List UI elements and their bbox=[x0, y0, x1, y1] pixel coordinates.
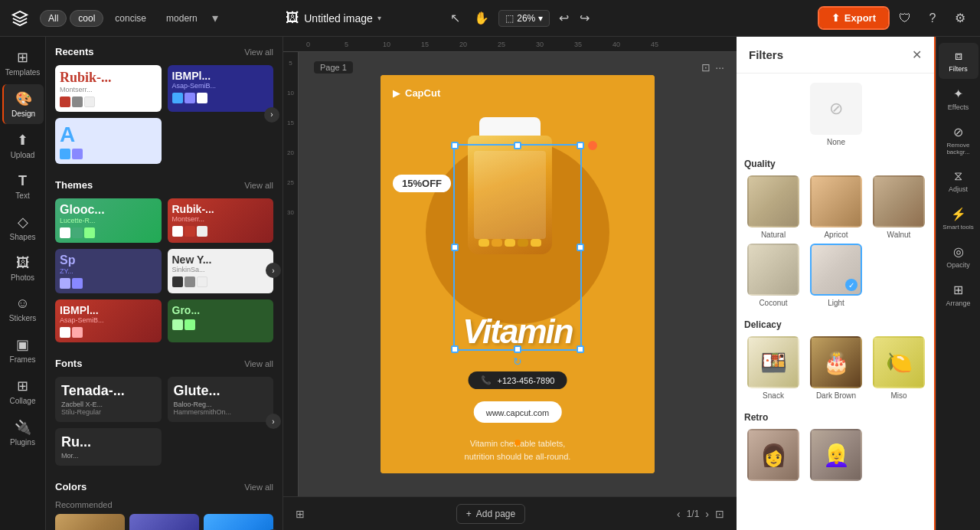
rbar-smart-tools[interactable]: ⚡ Smart tools bbox=[939, 201, 978, 237]
recent-card-2[interactable]: A bbox=[55, 118, 162, 164]
zoom-selector[interactable]: ⬚ 26% ▾ bbox=[498, 10, 550, 27]
recents-scroll-right[interactable]: › bbox=[264, 107, 279, 123]
page-icon-expand[interactable]: ⊡ bbox=[701, 61, 710, 74]
filter-quality-title: Quality bbox=[744, 159, 928, 169]
add-page-btn[interactable]: + Add page bbox=[456, 504, 525, 524]
page-next-btn[interactable]: › bbox=[705, 508, 709, 520]
theme-card-0[interactable]: Glooc... Lucette-R... bbox=[55, 198, 162, 243]
font-card-0[interactable]: Tenada-... Zacbell X-E... Stilu-Regular bbox=[55, 377, 162, 422]
sidebar-item-templates[interactable]: ⊞ Templates bbox=[2, 43, 44, 83]
tag-all[interactable]: All bbox=[40, 10, 67, 27]
recent-card-0[interactable]: Rubik-... Montserr... bbox=[55, 65, 162, 112]
vitamin-text: Vitamin bbox=[381, 312, 655, 351]
filters-panel: Filters ✕ ⊘ None Quality Natural bbox=[737, 37, 936, 530]
color-card-0[interactable]: Aa bbox=[55, 514, 125, 530]
topbar-center: 🖼 Untitled image ▾ bbox=[227, 10, 440, 26]
filter-none[interactable]: ⊘ None bbox=[810, 83, 862, 146]
undo-btn[interactable]: ↩ bbox=[554, 8, 573, 28]
page-prev-btn[interactable]: ‹ bbox=[677, 508, 681, 520]
color-card-2[interactable]: A bbox=[204, 514, 273, 530]
export-button[interactable]: ⬆ Export bbox=[819, 8, 888, 28]
filter-walnut[interactable]: Walnut bbox=[870, 175, 928, 239]
recents-view-all[interactable]: View all bbox=[244, 47, 273, 57]
filter-light[interactable]: ✓ Light bbox=[807, 244, 865, 307]
sidebar-item-plugins[interactable]: 🔌 Plugins bbox=[2, 413, 44, 453]
ruler-numbers: 0 5 10 15 20 25 30 35 40 45 bbox=[299, 41, 737, 48]
themes-scroll-right[interactable]: › bbox=[266, 263, 281, 278]
undo-redo-group: ↩ ↪ bbox=[554, 8, 594, 28]
tag-modern[interactable]: modern bbox=[158, 10, 206, 27]
sidebar-item-photos[interactable]: 🖼 Photos bbox=[2, 249, 44, 288]
rbar-remove-bg[interactable]: ⊘ Remove backgr... bbox=[939, 119, 978, 162]
upload-icon: ⬆ bbox=[17, 132, 28, 149]
fonts-scroll-right[interactable]: › bbox=[266, 414, 281, 429]
sidebar-item-label-templates: Templates bbox=[5, 68, 41, 77]
filter-retro-1[interactable]: 👩 bbox=[744, 429, 802, 481]
tag-concise[interactable]: concise bbox=[106, 10, 155, 27]
sidebar-item-frames[interactable]: ▣ Frames bbox=[2, 330, 44, 370]
theme-card-2[interactable]: Sp ZY... bbox=[55, 249, 162, 293]
filter-darkbrown[interactable]: 🎂 Dark Brown bbox=[807, 336, 865, 400]
rbar-effects[interactable]: ✦ Effects bbox=[939, 80, 978, 117]
filter-retro-2[interactable]: 👱‍♀️ bbox=[807, 429, 865, 481]
themes-view-all[interactable]: View all bbox=[244, 181, 273, 190]
bottle-body bbox=[468, 136, 552, 254]
filter-snack[interactable]: 🍱 Snack bbox=[744, 336, 802, 400]
tag-cool[interactable]: cool bbox=[70, 10, 103, 27]
colors-view-all[interactable]: View all bbox=[244, 483, 273, 492]
canvas-viewport[interactable]: Page 1 ⊡ ··· ⊡ ⊞ ⟳ ··· bbox=[299, 52, 737, 496]
doc-title-text: Untitled image bbox=[304, 12, 373, 25]
filter-none-label: None bbox=[827, 138, 845, 146]
sidebar-item-design[interactable]: 🎨 Design bbox=[2, 84, 44, 124]
color-card-1[interactable]: Aa bbox=[129, 514, 199, 530]
sidebar-item-upload[interactable]: ⬆ Upload bbox=[2, 126, 44, 165]
move-tool-btn[interactable]: ✋ bbox=[469, 8, 494, 28]
filters-close-btn[interactable]: ✕ bbox=[910, 46, 923, 64]
filters-body: ⊘ None Quality Natural Apricot bbox=[737, 74, 936, 530]
theme-card-4[interactable]: IBMPl... Asap-SemiB... bbox=[55, 299, 162, 342]
page-current: 1/1 bbox=[687, 509, 700, 519]
tag-more-btn[interactable]: ▾ bbox=[209, 11, 221, 25]
sidebar-item-label-plugins: Plugins bbox=[10, 438, 35, 447]
recent-card-1[interactable]: IBMPl... Asap-SemiB... bbox=[168, 65, 274, 112]
sidebar-item-collage[interactable]: ⊞ Collage bbox=[2, 371, 44, 411]
shield-btn[interactable]: 🛡 bbox=[894, 8, 916, 29]
logo[interactable] bbox=[9, 8, 31, 29]
filter-coconut[interactable]: Coconut bbox=[744, 244, 802, 307]
filter-darkbrown-label: Dark Brown bbox=[816, 391, 856, 400]
select-tool-btn[interactable]: ↖ bbox=[446, 8, 465, 28]
adjust-icon: ⧖ bbox=[954, 169, 962, 183]
help-btn[interactable]: ? bbox=[922, 8, 943, 29]
fonts-view-all[interactable]: View all bbox=[244, 359, 273, 368]
filter-retro-section: Retro 👩 👱‍♀️ bbox=[744, 412, 928, 481]
stickers-icon: ☺ bbox=[15, 296, 29, 312]
settings-btn[interactable]: ⚙ bbox=[949, 8, 971, 29]
font-card-2[interactable]: Ru... Mor... bbox=[55, 428, 162, 466]
redo-btn[interactable]: ↪ bbox=[575, 8, 594, 28]
opacity-icon: ◎ bbox=[953, 244, 964, 259]
rbar-filters[interactable]: ⧈ Filters bbox=[939, 43, 978, 79]
theme-card-3[interactable]: New Y... SinkinSa... bbox=[168, 249, 274, 293]
rbar-arrange[interactable]: ⊞ Arrange bbox=[939, 276, 978, 313]
filter-apricot[interactable]: Apricot bbox=[807, 175, 865, 239]
filter-coconut-thumb bbox=[747, 244, 799, 296]
rbar-opacity[interactable]: ◎ Opacity bbox=[939, 238, 978, 275]
design-panel: Recents View all Rubik-... Montserr... I… bbox=[46, 37, 283, 530]
sidebar-item-stickers[interactable]: ☺ Stickers bbox=[2, 290, 44, 329]
filter-miso[interactable]: 🍋 Miso bbox=[870, 336, 928, 400]
layout-btn-right[interactable]: ⊡ bbox=[715, 508, 724, 520]
filter-light-label: Light bbox=[828, 299, 844, 307]
sidebar-item-shapes[interactable]: ◇ Shapes bbox=[2, 208, 44, 247]
rbar-arrange-label: Arrange bbox=[946, 299, 970, 307]
page-icon-more[interactable]: ··· bbox=[715, 61, 724, 74]
phone-badge: 📞 +123-456-7890 bbox=[469, 371, 567, 389]
rbar-adjust[interactable]: ⧖ Adjust bbox=[939, 163, 978, 199]
theme-card-1[interactable]: Rubik-... Montserr... bbox=[168, 198, 274, 243]
filter-natural[interactable]: Natural bbox=[744, 175, 802, 239]
ruler-top: 0 5 10 15 20 25 30 35 40 45 bbox=[283, 37, 737, 52]
font-card-1[interactable]: Glute... Baloo-Reg... HammersmithOn... bbox=[168, 377, 274, 422]
theme-card-5[interactable]: Gro... bbox=[168, 299, 274, 342]
sidebar-item-text[interactable]: T Text bbox=[2, 167, 44, 206]
doc-title[interactable]: 🖼 Untitled image ▾ bbox=[286, 10, 381, 26]
layout-btn-left[interactable]: ⊞ bbox=[296, 508, 305, 520]
